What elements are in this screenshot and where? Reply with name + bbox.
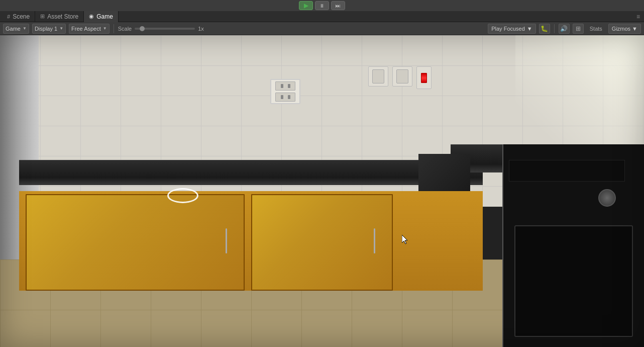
socket-hole-4 [288, 95, 290, 99]
socket-hole-1 [281, 84, 283, 88]
tab-game-label: Game [96, 13, 113, 20]
corner-countertop [418, 154, 470, 191]
play-icon: ▶ [304, 2, 308, 9]
aspect-dropdown[interactable]: Free Aspect ▼ [69, 24, 110, 34]
display-dropdown-label: Display 1 [35, 26, 57, 32]
audio-button[interactable]: 🔊 [559, 24, 570, 34]
switch-rocker-1 [372, 69, 384, 83]
step-icon: ⏭ [336, 3, 341, 9]
stats-button[interactable]: Stats [587, 24, 605, 34]
bug-icon-button[interactable]: 🐛 [539, 24, 550, 34]
scale-label: Scale [118, 26, 132, 32]
switch-rocker-2 [396, 69, 408, 83]
oven-door [514, 225, 632, 337]
game-tab-icon: ◉ [89, 13, 94, 20]
socket-outlet-bottom [275, 93, 295, 102]
switch-plate-2 [392, 66, 412, 86]
tab-scene[interactable]: # Scene [2, 11, 35, 22]
cabinet-door-center [251, 194, 393, 291]
gizmos-button[interactable]: Gizmos ▼ [608, 24, 641, 34]
game-dropdown-label: Game [6, 26, 21, 32]
toolbar-sep-2 [554, 24, 555, 33]
display-dropdown[interactable]: Display 1 ▼ [32, 24, 66, 34]
socket-outlet-top [275, 81, 295, 91]
switch-red-indicator [421, 73, 427, 83]
scale-value: 1x [198, 26, 204, 32]
stats-label: Stats [590, 26, 602, 32]
counter-ring-object [167, 188, 198, 203]
tab-more-button[interactable]: ≡ [636, 13, 644, 20]
tab-more-icon: ≡ [636, 13, 640, 20]
aspect-dropdown-arrow: ▼ [103, 26, 107, 31]
cabinet-handle-2 [374, 228, 375, 253]
tab-scene-label: Scene [13, 13, 30, 20]
display-dropdown-arrow: ▼ [59, 26, 63, 31]
tab-game[interactable]: ◉ Game [84, 11, 119, 22]
cabinet-door-left [26, 194, 245, 291]
wall-socket-group [270, 79, 300, 104]
grid-button[interactable]: ⊞ [573, 24, 584, 34]
tab-bar: # Scene ⊞ Asset Store ◉ Game ≡ [0, 11, 644, 22]
grid-icon: ⊞ [576, 25, 581, 32]
step-button[interactable]: ⏭ [331, 1, 345, 10]
cabinet-handle-1 [226, 228, 227, 253]
game-toolbar: Game ▼ Display 1 ▼ Free Aspect ▼ Scale 1… [0, 22, 644, 35]
scale-slider-thumb [140, 26, 145, 31]
play-button[interactable]: ▶ [299, 1, 313, 10]
gizmos-arrow: ▼ [632, 26, 637, 32]
asset-store-tab-icon: ⊞ [40, 13, 45, 20]
switch-plate-red [416, 66, 432, 89]
oven-knob [598, 189, 616, 207]
aspect-dropdown-label: Free Aspect [71, 26, 101, 32]
game-dropdown-arrow: ▼ [23, 26, 27, 31]
play-focused-arrow: ▼ [527, 26, 532, 32]
pause-icon: ⏸ [319, 3, 325, 9]
induction-hob [509, 160, 625, 182]
pause-button[interactable]: ⏸ [315, 1, 329, 10]
scene-tab-icon: # [7, 14, 10, 20]
kitchen-scene [0, 35, 644, 347]
socket-hole-2 [288, 84, 290, 88]
switch-group [368, 66, 432, 89]
gizmos-label: Gizmos [612, 26, 630, 32]
game-viewport[interactable] [0, 35, 644, 347]
audio-icon: 🔊 [560, 25, 568, 32]
scale-slider[interactable] [135, 28, 195, 30]
play-focused-dropdown[interactable]: Play Focused ▼ [488, 24, 536, 34]
game-dropdown[interactable]: Game ▼ [3, 24, 29, 34]
tab-asset-store[interactable]: ⊞ Asset Store [35, 11, 84, 22]
top-play-bar: ▶ ⏸ ⏭ [0, 0, 644, 11]
switch-plate-1 [368, 66, 388, 86]
play-focused-label: Play Focused [491, 26, 525, 32]
main-countertop [19, 160, 483, 185]
socket-hole-3 [281, 95, 283, 99]
tab-asset-store-label: Asset Store [47, 13, 78, 20]
bug-icon: 🐛 [541, 25, 548, 32]
toolbar-sep-1 [114, 24, 114, 33]
